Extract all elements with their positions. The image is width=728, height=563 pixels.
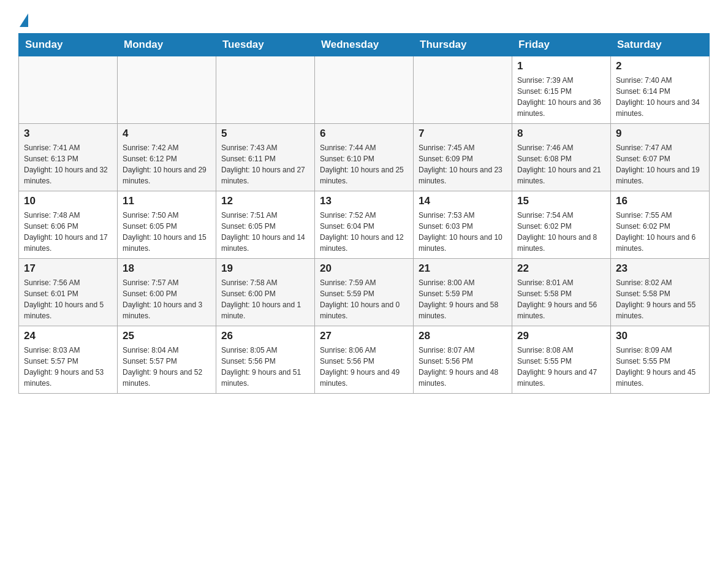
- calendar-cell: 23Sunrise: 8:02 AM Sunset: 5:58 PM Dayli…: [611, 259, 710, 326]
- calendar-cell: 4Sunrise: 7:42 AM Sunset: 6:12 PM Daylig…: [118, 124, 216, 191]
- weekday-header-friday: Friday: [512, 34, 611, 56]
- day-info: Sunrise: 7:46 AM Sunset: 6:08 PM Dayligh…: [517, 142, 605, 186]
- calendar-cell: 13Sunrise: 7:52 AM Sunset: 6:04 PM Dayli…: [315, 191, 414, 259]
- day-info: Sunrise: 7:45 AM Sunset: 6:09 PM Dayligh…: [419, 142, 507, 186]
- calendar-cell: [216, 56, 315, 124]
- calendar-week-row: 24Sunrise: 8:03 AM Sunset: 5:57 PM Dayli…: [19, 326, 710, 394]
- day-number: 12: [221, 195, 309, 207]
- day-number: 7: [419, 128, 507, 140]
- day-number: 29: [517, 330, 605, 342]
- calendar-cell: 29Sunrise: 8:08 AM Sunset: 5:55 PM Dayli…: [512, 326, 611, 394]
- calendar-cell: 6Sunrise: 7:44 AM Sunset: 6:10 PM Daylig…: [315, 124, 414, 191]
- day-info: Sunrise: 7:56 AM Sunset: 6:01 PM Dayligh…: [24, 277, 112, 321]
- day-number: 27: [320, 330, 408, 342]
- day-number: 19: [221, 262, 309, 275]
- day-number: 18: [123, 262, 211, 275]
- day-info: Sunrise: 7:39 AM Sunset: 6:15 PM Dayligh…: [517, 75, 605, 119]
- calendar-cell: 11Sunrise: 7:50 AM Sunset: 6:05 PM Dayli…: [118, 191, 216, 259]
- day-number: 25: [123, 330, 211, 342]
- day-number: 4: [123, 128, 211, 140]
- day-info: Sunrise: 7:44 AM Sunset: 6:10 PM Dayligh…: [320, 142, 408, 186]
- day-info: Sunrise: 7:47 AM Sunset: 6:07 PM Dayligh…: [616, 142, 704, 186]
- calendar-cell: [315, 56, 414, 124]
- weekday-header-monday: Monday: [118, 34, 216, 56]
- day-info: Sunrise: 7:55 AM Sunset: 6:02 PM Dayligh…: [616, 210, 704, 254]
- calendar-cell: 17Sunrise: 7:56 AM Sunset: 6:01 PM Dayli…: [19, 259, 118, 326]
- day-number: 16: [616, 195, 704, 207]
- day-info: Sunrise: 7:53 AM Sunset: 6:03 PM Dayligh…: [419, 210, 507, 254]
- weekday-header-sunday: Sunday: [19, 34, 118, 56]
- weekday-header-tuesday: Tuesday: [216, 34, 315, 56]
- day-info: Sunrise: 8:07 AM Sunset: 5:56 PM Dayligh…: [419, 345, 507, 389]
- day-info: Sunrise: 7:43 AM Sunset: 6:11 PM Dayligh…: [221, 142, 309, 186]
- day-number: 30: [616, 330, 704, 342]
- calendar-table: SundayMondayTuesdayWednesdayThursdayFrid…: [18, 33, 710, 394]
- weekday-header-saturday: Saturday: [611, 34, 710, 56]
- calendar-cell: 26Sunrise: 8:05 AM Sunset: 5:56 PM Dayli…: [216, 326, 315, 394]
- calendar-cell: 5Sunrise: 7:43 AM Sunset: 6:11 PM Daylig…: [216, 124, 315, 191]
- day-info: Sunrise: 7:50 AM Sunset: 6:05 PM Dayligh…: [123, 210, 211, 254]
- day-info: Sunrise: 8:01 AM Sunset: 5:58 PM Dayligh…: [517, 277, 605, 321]
- weekday-header-thursday: Thursday: [414, 34, 512, 56]
- day-info: Sunrise: 7:58 AM Sunset: 6:00 PM Dayligh…: [221, 277, 309, 321]
- day-info: Sunrise: 7:41 AM Sunset: 6:13 PM Dayligh…: [24, 142, 112, 186]
- calendar-cell: 27Sunrise: 8:06 AM Sunset: 5:56 PM Dayli…: [315, 326, 414, 394]
- calendar-cell: [414, 56, 512, 124]
- day-number: 13: [320, 195, 408, 207]
- day-info: Sunrise: 7:42 AM Sunset: 6:12 PM Dayligh…: [123, 142, 211, 186]
- calendar-cell: 16Sunrise: 7:55 AM Sunset: 6:02 PM Dayli…: [611, 191, 710, 259]
- day-number: 5: [221, 128, 309, 140]
- calendar-cell: [19, 56, 118, 124]
- page-header: [18, 12, 710, 27]
- calendar-cell: 1Sunrise: 7:39 AM Sunset: 6:15 PM Daylig…: [512, 56, 611, 124]
- calendar-cell: 19Sunrise: 7:58 AM Sunset: 6:00 PM Dayli…: [216, 259, 315, 326]
- day-info: Sunrise: 8:06 AM Sunset: 5:56 PM Dayligh…: [320, 345, 408, 389]
- logo: [18, 12, 28, 27]
- calendar-cell: 25Sunrise: 8:04 AM Sunset: 5:57 PM Dayli…: [118, 326, 216, 394]
- day-number: 22: [517, 262, 605, 275]
- calendar-cell: 14Sunrise: 7:53 AM Sunset: 6:03 PM Dayli…: [414, 191, 512, 259]
- calendar-cell: 18Sunrise: 7:57 AM Sunset: 6:00 PM Dayli…: [118, 259, 216, 326]
- day-info: Sunrise: 8:03 AM Sunset: 5:57 PM Dayligh…: [24, 345, 112, 389]
- weekday-header-row: SundayMondayTuesdayWednesdayThursdayFrid…: [19, 34, 710, 56]
- day-number: 2: [616, 60, 704, 72]
- day-number: 11: [123, 195, 211, 207]
- day-info: Sunrise: 7:59 AM Sunset: 5:59 PM Dayligh…: [320, 277, 408, 321]
- calendar-cell: 30Sunrise: 8:09 AM Sunset: 5:55 PM Dayli…: [611, 326, 710, 394]
- day-info: Sunrise: 8:09 AM Sunset: 5:55 PM Dayligh…: [616, 345, 704, 389]
- calendar-cell: 28Sunrise: 8:07 AM Sunset: 5:56 PM Dayli…: [414, 326, 512, 394]
- calendar-cell: 24Sunrise: 8:03 AM Sunset: 5:57 PM Dayli…: [19, 326, 118, 394]
- day-number: 1: [517, 60, 605, 72]
- calendar-cell: 7Sunrise: 7:45 AM Sunset: 6:09 PM Daylig…: [414, 124, 512, 191]
- day-number: 9: [616, 128, 704, 140]
- day-number: 24: [24, 330, 112, 342]
- day-number: 21: [419, 262, 507, 275]
- calendar-week-row: 1Sunrise: 7:39 AM Sunset: 6:15 PM Daylig…: [19, 56, 710, 124]
- calendar-cell: 20Sunrise: 7:59 AM Sunset: 5:59 PM Dayli…: [315, 259, 414, 326]
- day-number: 14: [419, 195, 507, 207]
- day-number: 8: [517, 128, 605, 140]
- calendar-cell: 12Sunrise: 7:51 AM Sunset: 6:05 PM Dayli…: [216, 191, 315, 259]
- day-info: Sunrise: 8:08 AM Sunset: 5:55 PM Dayligh…: [517, 345, 605, 389]
- day-info: Sunrise: 8:02 AM Sunset: 5:58 PM Dayligh…: [616, 277, 704, 321]
- day-info: Sunrise: 8:05 AM Sunset: 5:56 PM Dayligh…: [221, 345, 309, 389]
- logo-triangle-icon: [20, 13, 28, 27]
- weekday-header-wednesday: Wednesday: [315, 34, 414, 56]
- day-info: Sunrise: 7:52 AM Sunset: 6:04 PM Dayligh…: [320, 210, 408, 254]
- calendar-cell: 8Sunrise: 7:46 AM Sunset: 6:08 PM Daylig…: [512, 124, 611, 191]
- calendar-cell: 2Sunrise: 7:40 AM Sunset: 6:14 PM Daylig…: [611, 56, 710, 124]
- calendar-cell: 9Sunrise: 7:47 AM Sunset: 6:07 PM Daylig…: [611, 124, 710, 191]
- day-info: Sunrise: 7:40 AM Sunset: 6:14 PM Dayligh…: [616, 75, 704, 119]
- calendar-cell: [118, 56, 216, 124]
- day-info: Sunrise: 7:54 AM Sunset: 6:02 PM Dayligh…: [517, 210, 605, 254]
- day-info: Sunrise: 8:04 AM Sunset: 5:57 PM Dayligh…: [123, 345, 211, 389]
- day-number: 28: [419, 330, 507, 342]
- calendar-cell: 15Sunrise: 7:54 AM Sunset: 6:02 PM Dayli…: [512, 191, 611, 259]
- day-info: Sunrise: 7:51 AM Sunset: 6:05 PM Dayligh…: [221, 210, 309, 254]
- day-number: 10: [24, 195, 112, 207]
- calendar-cell: 3Sunrise: 7:41 AM Sunset: 6:13 PM Daylig…: [19, 124, 118, 191]
- calendar-cell: 10Sunrise: 7:48 AM Sunset: 6:06 PM Dayli…: [19, 191, 118, 259]
- day-number: 23: [616, 262, 704, 275]
- day-info: Sunrise: 7:48 AM Sunset: 6:06 PM Dayligh…: [24, 210, 112, 254]
- day-number: 26: [221, 330, 309, 342]
